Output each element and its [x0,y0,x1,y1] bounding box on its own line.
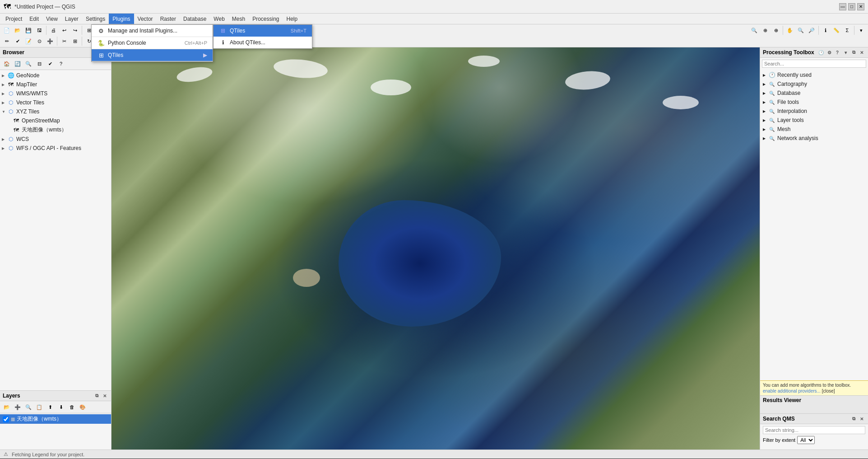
toolbox-item-layer-tools[interactable]: ▶ 🔍 Layer tools [760,116,868,125]
menu-processing[interactable]: Processing [249,14,283,24]
qtiles-item[interactable]: ⊞ QTiles ▶ [92,49,213,61]
layers-move-down-btn[interactable]: ⬇ [56,402,66,412]
stat-btn[interactable]: Σ [842,25,852,35]
browser-item-geonode[interactable]: ▶ 🌐 GeoNode [0,71,111,80]
snow-patch-6 [663,96,699,109]
browser-item-maptiler[interactable]: ▶ 🗺 MapTiler [0,80,111,89]
zoom-layer-btn[interactable]: ⊕ [760,25,770,35]
right-panel: Processing Toolbox 🕐 ⚙ ? ▾ ⧉ ✕ ▶ 🕐 Recen… [760,47,868,450]
toolbox-search-input[interactable] [762,60,866,68]
close-button[interactable]: ✕ [857,3,864,10]
menu-help[interactable]: Help [283,14,302,24]
python-shortcut: Ctrl+Alt+P [185,40,207,46]
menu-database[interactable]: Database [180,14,210,24]
layers-remove-btn[interactable]: 🗑 [67,402,77,412]
pan-btn[interactable]: ✋ [785,25,795,35]
browser-filter-btn[interactable]: 🔍 [23,59,33,69]
toolbox-item-cartography[interactable]: ▶ 🔍 Cartography [760,80,868,89]
select-all-btn[interactable]: ✔ [13,36,23,46]
layers-style-btn[interactable]: 🎨 [78,402,88,412]
zoom-selected-btn[interactable]: ⊕ [771,25,781,35]
menu-mesh[interactable]: Mesh [228,14,249,24]
browser-item-satellite[interactable]: 🗺 天地图像（wmts） [0,125,111,135]
python-console-item[interactable]: 🐍 Python Console Ctrl+Alt+P [92,37,213,49]
print-btn[interactable]: 🖨 [48,25,58,35]
measure-btn[interactable]: 📏 [831,25,841,35]
menu-settings[interactable]: Settings [82,14,109,24]
menu-layer[interactable]: Layer [61,14,82,24]
split-btn[interactable]: ✂ [59,36,69,46]
toolbox-history-btn[interactable]: 🕐 [817,49,825,56]
about-qtiles-item[interactable]: ℹ About QTiles... [214,37,312,48]
browser-refresh-btn[interactable]: 🔄 [13,59,23,69]
menu-view[interactable]: View [42,14,61,24]
browser-enable-btn[interactable]: ✔ [45,59,55,69]
toolbox-item-file-tools[interactable]: ▶ 🔍 File tools [760,98,868,107]
browser-item-openstreetmap[interactable]: 🗺 OpenStreetMap [0,116,111,125]
enable-providers-link[interactable]: enable additional providers... [763,389,821,393]
more-btn[interactable]: ▾ [856,25,866,35]
redo-btn[interactable]: ↪ [70,25,80,35]
menu-raster[interactable]: Raster [157,14,180,24]
toolbar-sep-8 [57,37,57,46]
layers-add-btn[interactable]: ➕ [13,402,23,412]
qms-float-btn[interactable]: ⧉ [850,415,857,422]
layers-open-properties-btn[interactable]: 📋 [34,402,44,412]
layer-checkbox[interactable] [3,416,9,422]
toolbox-more-btn[interactable]: ▾ [842,49,849,56]
maximize-button[interactable]: □ [848,3,855,10]
browser-item-xyz-tiles[interactable]: ▼ ⬡ XYZ Tiles [0,107,111,116]
browser-item-wfs[interactable]: ▶ ⬡ WFS / OGC API - Features [0,144,111,153]
open-project-btn[interactable]: 📂 [13,25,23,35]
qtiles-run-item[interactable]: ⊞ QTiles Shift+T [214,25,312,37]
toolbox-item-mesh[interactable]: ▶ 🔍 Mesh [760,125,868,134]
minimize-button[interactable]: — [839,3,846,10]
browser-item-wcs[interactable]: ▶ ⬡ WCS [0,135,111,144]
toolbox-item-network-analysis[interactable]: ▶ 🔍 Network analysis [760,134,868,143]
node-tool-btn[interactable]: ⊙ [34,36,44,46]
merge-btn[interactable]: ⊞ [70,36,80,46]
browser-item-wmswmts[interactable]: ▶ ⬡ WMS/WMTS [0,89,111,98]
zoom-full-btn[interactable]: 🔍 [749,25,759,35]
save-as-btn[interactable]: 🖫 [34,25,44,35]
menu-vector[interactable]: Vector [134,14,157,24]
zoom-in-btn[interactable]: 🔍 [796,25,806,35]
save-project-btn[interactable]: 💾 [23,25,33,35]
filter-select[interactable]: All [797,436,815,444]
toolbox-item-database[interactable]: ▶ 🔍 Database [760,89,868,98]
edit-attr-btn[interactable]: 📝 [23,36,33,46]
map-area[interactable] [111,47,760,450]
menu-plugins[interactable]: Plugins [109,14,134,24]
add-feature-btn[interactable]: ➕ [45,36,55,46]
search-area [760,58,868,70]
menu-web[interactable]: Web [210,14,228,24]
browser-help-btn[interactable]: ? [56,59,66,69]
toolbox-float-btn[interactable]: ⧉ [850,49,857,56]
layers-move-up-btn[interactable]: ⬆ [45,402,55,412]
toolbox-item-recently-used[interactable]: ▶ 🕐 Recently used [760,70,868,80]
info-text: You can add more algorithms to the toolb… [763,383,851,388]
digitize-btn[interactable]: ✏ [2,36,12,46]
undo-btn[interactable]: ↩ [59,25,69,35]
qms-close-btn[interactable]: ✕ [858,415,865,422]
layers-open-btn[interactable]: 📂 [2,402,12,412]
browser-home-btn[interactable]: 🏠 [2,59,12,69]
qms-search-input[interactable] [763,426,865,434]
identify-btn[interactable]: ℹ [821,25,831,35]
menu-project[interactable]: Project [2,14,26,24]
layers-filter-btn[interactable]: 🔍 [23,402,33,412]
manage-plugins-item[interactable]: ⚙ Manage and Install Plugins... [92,25,213,37]
browser-collapse-btn[interactable]: ⊟ [34,59,44,69]
new-project-btn[interactable]: 📄 [2,25,12,35]
toolbox-options-btn[interactable]: ⚙ [826,49,833,56]
toolbox-item-interpolation[interactable]: ▶ 🔍 Interpolation [760,107,868,116]
toolbox-help-btn[interactable]: ? [834,49,841,56]
toolbox-close-btn[interactable]: ✕ [858,49,865,56]
layers-close-btn[interactable]: ✕ [101,392,108,399]
zoom-out-btn[interactable]: 🔎 [807,25,817,35]
browser-item-vector-tiles[interactable]: ▶ ⬡ Vector Tiles [0,98,111,107]
layer-item-satellite[interactable]: ▦ 天地图像（wmts） [0,414,111,424]
layers-float-btn[interactable]: ⧉ [93,392,100,399]
info-close-btn[interactable]: [close] [822,389,835,393]
menu-edit[interactable]: Edit [26,14,42,24]
